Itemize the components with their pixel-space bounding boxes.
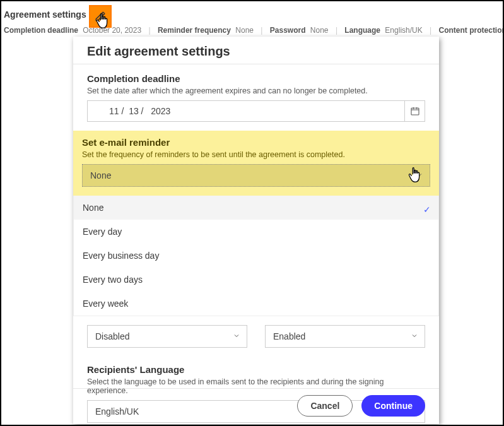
external-protection-select[interactable]: Enabled [265, 325, 425, 348]
edit-agreement-button[interactable] [89, 5, 112, 28]
internal-protection-value: Disabled [95, 331, 129, 341]
chevron-down-icon [233, 331, 240, 341]
edit-agreement-dialog: Edit agreement settings Completion deadl… [73, 37, 439, 424]
reminder-option[interactable]: None ✓ [74, 196, 438, 220]
language-sub: Select the language to be used in emails… [87, 377, 425, 395]
reminder-option-label: None [83, 203, 103, 213]
language-heading: Recipients' Language [87, 364, 425, 375]
completion-deadline-heading: Completion deadline [87, 73, 425, 84]
summary-language-label: Language [344, 26, 380, 35]
reminder-option[interactable]: Every two days [74, 268, 438, 292]
reminder-option[interactable]: Every day [74, 220, 438, 244]
completion-deadline-input[interactable] [87, 100, 425, 122]
continue-button[interactable]: Continue [361, 395, 425, 417]
page-header: Agreement settings [4, 9, 500, 20]
reminder-section: Set e-mail reminder Set the frequency of… [73, 131, 439, 196]
dialog-title: Edit agreement settings [87, 44, 425, 59]
calendar-icon [410, 106, 420, 116]
reminder-option-label: Every business day [83, 251, 159, 261]
reminder-option[interactable]: Every business day [74, 244, 438, 268]
settings-summary-bar: Completion deadline October 20, 2023 | R… [4, 26, 500, 35]
reminder-frequency-dropdown[interactable]: None [82, 164, 430, 187]
reminder-sub: Set the frequency of reminders to be sen… [82, 150, 430, 159]
completion-deadline-sub: Set the date after which the agreement e… [87, 86, 425, 95]
reminder-option-label: Every day [83, 227, 122, 237]
chevron-down-icon [411, 331, 418, 341]
calendar-button[interactable] [404, 101, 425, 121]
reminder-option-label: Every week [83, 299, 128, 309]
summary-completion-label: Completion deadline [4, 26, 78, 35]
summary-reminder-label: Reminder frequency [158, 26, 231, 35]
summary-language-value: English/UK [385, 26, 422, 35]
reminder-options-list: None ✓ Every day Every business day Ever… [73, 196, 439, 316]
agreement-settings-title: Agreement settings [4, 9, 86, 20]
cancel-button[interactable]: Cancel [297, 395, 353, 417]
language-value: English/UK [95, 406, 139, 417]
footer-divider [73, 388, 439, 389]
dialog-footer: Cancel Continue [297, 395, 425, 417]
pencil-icon [95, 11, 106, 22]
internal-protection-select[interactable]: Disabled [87, 325, 247, 348]
summary-protection-label: Content protection [439, 26, 504, 35]
summary-reminder-value: None [235, 26, 254, 35]
svg-rect-0 [411, 108, 419, 115]
external-protection-value: Enabled [273, 331, 305, 341]
checkmark-icon: ✓ [423, 204, 431, 215]
completion-deadline-field [87, 100, 425, 122]
reminder-heading: Set e-mail reminder [82, 137, 430, 148]
summary-password-value: None [310, 26, 329, 35]
protection-row: Disabled Enabled [87, 325, 425, 348]
reminder-option[interactable]: Every week [74, 292, 438, 316]
reminder-frequency-value: None [90, 170, 111, 180]
summary-password-label: Password [270, 26, 306, 35]
reminder-option-label: Every two days [83, 275, 143, 285]
divider [73, 64, 439, 64]
chevron-down-icon [416, 170, 423, 180]
